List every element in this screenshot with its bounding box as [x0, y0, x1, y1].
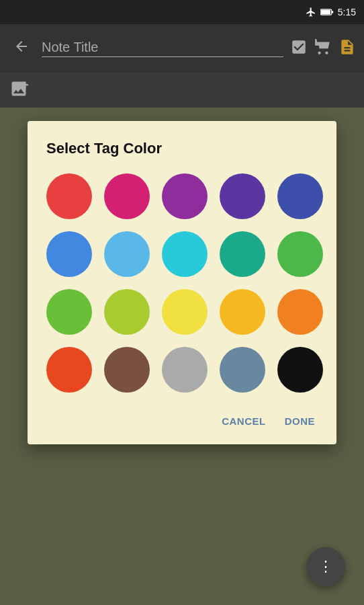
add-image-button[interactable] [9, 79, 28, 101]
color-amber[interactable] [220, 289, 265, 335]
color-blue[interactable] [46, 231, 92, 277]
cancel-button[interactable]: CANCEL [219, 411, 269, 431]
color-blue-dark[interactable] [277, 173, 323, 219]
svg-rect-2 [331, 11, 333, 13]
note-title-input[interactable]: Note Title [42, 40, 283, 57]
note-icon[interactable] [338, 38, 356, 58]
status-icons: 5:15 [306, 7, 356, 17]
color-picker-dialog: Select Tag Color CANCEL DONE [28, 121, 336, 444]
color-red[interactable] [46, 173, 92, 219]
color-gray[interactable] [162, 347, 208, 393]
color-purple[interactable] [162, 173, 208, 219]
status-time: 5:15 [338, 7, 356, 17]
svg-point-3 [17, 83, 21, 87]
color-yellow-green[interactable] [104, 289, 150, 335]
color-dark-purple[interactable] [220, 173, 265, 219]
color-green[interactable] [277, 231, 323, 277]
color-grid [46, 173, 318, 393]
background-area: Select Tag Color CANCEL DONE ⋮ [0, 108, 364, 605]
color-light-blue[interactable] [104, 231, 150, 277]
fab-button[interactable]: ⋮ [306, 547, 345, 586]
status-bar: 5:15 [0, 0, 364, 24]
color-crimson[interactable] [104, 173, 150, 219]
airplane-icon [306, 7, 316, 17]
color-steel-blue[interactable] [220, 347, 265, 393]
color-orange[interactable] [277, 289, 323, 335]
done-button[interactable]: DONE [282, 411, 318, 431]
color-black[interactable] [277, 347, 323, 393]
app-bar-actions [290, 38, 356, 58]
color-lime-green[interactable] [46, 289, 92, 335]
svg-rect-1 [321, 10, 330, 15]
color-yellow[interactable] [162, 289, 208, 335]
battery-icon [320, 7, 334, 17]
checklist-icon[interactable] [290, 38, 308, 58]
color-teal[interactable] [220, 231, 265, 277]
dialog-actions: CANCEL DONE [46, 411, 318, 431]
secondary-bar [0, 73, 364, 108]
fab-icon: ⋮ [318, 558, 334, 575]
color-brown[interactable] [104, 347, 150, 393]
color-cyan[interactable] [162, 231, 208, 277]
cart-icon[interactable] [314, 38, 332, 58]
app-bar: Note Title [0, 24, 364, 73]
dialog-title: Select Tag Color [46, 140, 318, 157]
color-orange-red[interactable] [46, 347, 92, 393]
back-button[interactable] [8, 33, 35, 64]
